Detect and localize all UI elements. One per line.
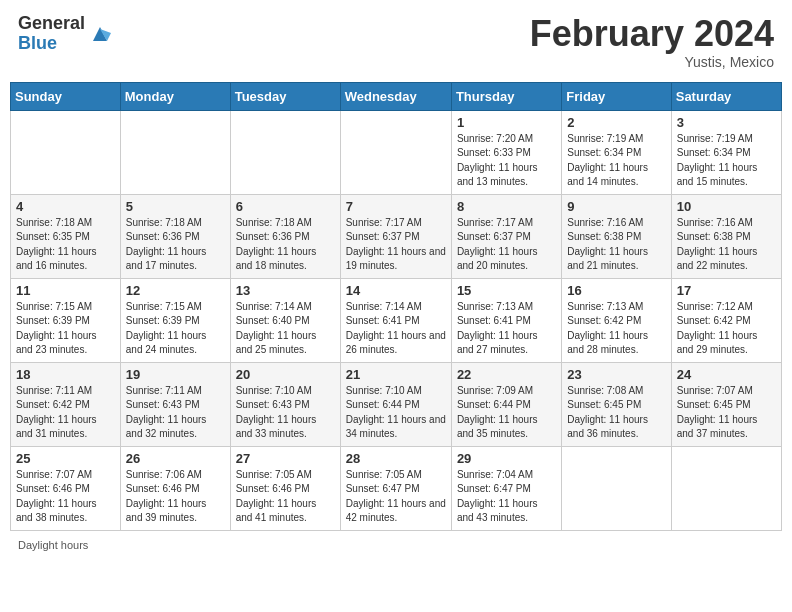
calendar-cell: 13Sunrise: 7:14 AM Sunset: 6:40 PM Dayli… <box>230 278 340 362</box>
calendar-cell <box>120 110 230 194</box>
calendar-cell: 29Sunrise: 7:04 AM Sunset: 6:47 PM Dayli… <box>451 446 561 530</box>
calendar-cell <box>671 446 781 530</box>
day-number: 11 <box>16 283 115 298</box>
day-info: Sunrise: 7:17 AM Sunset: 6:37 PM Dayligh… <box>457 216 556 274</box>
day-number: 9 <box>567 199 665 214</box>
page-header: General Blue February 2024 Yustis, Mexic… <box>10 10 782 74</box>
location: Yustis, Mexico <box>530 54 774 70</box>
calendar-cell: 14Sunrise: 7:14 AM Sunset: 6:41 PM Dayli… <box>340 278 451 362</box>
day-info: Sunrise: 7:18 AM Sunset: 6:35 PM Dayligh… <box>16 216 115 274</box>
calendar-cell: 25Sunrise: 7:07 AM Sunset: 6:46 PM Dayli… <box>11 446 121 530</box>
day-info: Sunrise: 7:11 AM Sunset: 6:42 PM Dayligh… <box>16 384 115 442</box>
day-info: Sunrise: 7:18 AM Sunset: 6:36 PM Dayligh… <box>126 216 225 274</box>
day-info: Sunrise: 7:06 AM Sunset: 6:46 PM Dayligh… <box>126 468 225 526</box>
calendar-week-row: 18Sunrise: 7:11 AM Sunset: 6:42 PM Dayli… <box>11 362 782 446</box>
calendar-cell: 7Sunrise: 7:17 AM Sunset: 6:37 PM Daylig… <box>340 194 451 278</box>
day-info: Sunrise: 7:08 AM Sunset: 6:45 PM Dayligh… <box>567 384 665 442</box>
calendar-cell: 8Sunrise: 7:17 AM Sunset: 6:37 PM Daylig… <box>451 194 561 278</box>
day-number: 6 <box>236 199 335 214</box>
day-number: 12 <box>126 283 225 298</box>
calendar-cell: 9Sunrise: 7:16 AM Sunset: 6:38 PM Daylig… <box>562 194 671 278</box>
day-info: Sunrise: 7:04 AM Sunset: 6:47 PM Dayligh… <box>457 468 556 526</box>
col-header-thursday: Thursday <box>451 82 561 110</box>
day-info: Sunrise: 7:15 AM Sunset: 6:39 PM Dayligh… <box>126 300 225 358</box>
day-number: 2 <box>567 115 665 130</box>
calendar-cell: 15Sunrise: 7:13 AM Sunset: 6:41 PM Dayli… <box>451 278 561 362</box>
day-number: 28 <box>346 451 446 466</box>
calendar-cell: 22Sunrise: 7:09 AM Sunset: 6:44 PM Dayli… <box>451 362 561 446</box>
day-info: Sunrise: 7:12 AM Sunset: 6:42 PM Dayligh… <box>677 300 776 358</box>
col-header-sunday: Sunday <box>11 82 121 110</box>
daylight-label: Daylight hours <box>18 539 88 551</box>
day-number: 25 <box>16 451 115 466</box>
day-number: 26 <box>126 451 225 466</box>
col-header-tuesday: Tuesday <box>230 82 340 110</box>
day-number: 29 <box>457 451 556 466</box>
calendar-week-row: 11Sunrise: 7:15 AM Sunset: 6:39 PM Dayli… <box>11 278 782 362</box>
calendar-cell: 20Sunrise: 7:10 AM Sunset: 6:43 PM Dayli… <box>230 362 340 446</box>
calendar-cell: 16Sunrise: 7:13 AM Sunset: 6:42 PM Dayli… <box>562 278 671 362</box>
day-info: Sunrise: 7:20 AM Sunset: 6:33 PM Dayligh… <box>457 132 556 190</box>
calendar-cell: 19Sunrise: 7:11 AM Sunset: 6:43 PM Dayli… <box>120 362 230 446</box>
day-number: 24 <box>677 367 776 382</box>
day-info: Sunrise: 7:05 AM Sunset: 6:47 PM Dayligh… <box>346 468 446 526</box>
day-info: Sunrise: 7:07 AM Sunset: 6:46 PM Dayligh… <box>16 468 115 526</box>
calendar-cell: 10Sunrise: 7:16 AM Sunset: 6:38 PM Dayli… <box>671 194 781 278</box>
day-info: Sunrise: 7:15 AM Sunset: 6:39 PM Dayligh… <box>16 300 115 358</box>
day-number: 8 <box>457 199 556 214</box>
day-info: Sunrise: 7:14 AM Sunset: 6:41 PM Dayligh… <box>346 300 446 358</box>
logo: General Blue <box>18 14 111 54</box>
calendar-header-row: SundayMondayTuesdayWednesdayThursdayFrid… <box>11 82 782 110</box>
calendar-cell <box>11 110 121 194</box>
calendar-cell: 3Sunrise: 7:19 AM Sunset: 6:34 PM Daylig… <box>671 110 781 194</box>
logo-icon <box>89 23 111 45</box>
day-number: 27 <box>236 451 335 466</box>
day-number: 17 <box>677 283 776 298</box>
calendar-cell: 26Sunrise: 7:06 AM Sunset: 6:46 PM Dayli… <box>120 446 230 530</box>
day-number: 7 <box>346 199 446 214</box>
day-number: 21 <box>346 367 446 382</box>
calendar-cell: 24Sunrise: 7:07 AM Sunset: 6:45 PM Dayli… <box>671 362 781 446</box>
day-info: Sunrise: 7:19 AM Sunset: 6:34 PM Dayligh… <box>677 132 776 190</box>
calendar-cell: 17Sunrise: 7:12 AM Sunset: 6:42 PM Dayli… <box>671 278 781 362</box>
day-info: Sunrise: 7:10 AM Sunset: 6:44 PM Dayligh… <box>346 384 446 442</box>
calendar-cell: 1Sunrise: 7:20 AM Sunset: 6:33 PM Daylig… <box>451 110 561 194</box>
logo-general-text: General <box>18 14 85 34</box>
calendar-cell: 12Sunrise: 7:15 AM Sunset: 6:39 PM Dayli… <box>120 278 230 362</box>
day-number: 16 <box>567 283 665 298</box>
calendar-week-row: 4Sunrise: 7:18 AM Sunset: 6:35 PM Daylig… <box>11 194 782 278</box>
calendar-cell: 5Sunrise: 7:18 AM Sunset: 6:36 PM Daylig… <box>120 194 230 278</box>
calendar-week-row: 1Sunrise: 7:20 AM Sunset: 6:33 PM Daylig… <box>11 110 782 194</box>
calendar-cell: 28Sunrise: 7:05 AM Sunset: 6:47 PM Dayli… <box>340 446 451 530</box>
calendar-table: SundayMondayTuesdayWednesdayThursdayFrid… <box>10 82 782 531</box>
day-number: 23 <box>567 367 665 382</box>
day-info: Sunrise: 7:14 AM Sunset: 6:40 PM Dayligh… <box>236 300 335 358</box>
day-info: Sunrise: 7:16 AM Sunset: 6:38 PM Dayligh… <box>677 216 776 274</box>
col-header-saturday: Saturday <box>671 82 781 110</box>
day-number: 10 <box>677 199 776 214</box>
calendar-cell: 4Sunrise: 7:18 AM Sunset: 6:35 PM Daylig… <box>11 194 121 278</box>
col-header-wednesday: Wednesday <box>340 82 451 110</box>
title-area: February 2024 Yustis, Mexico <box>530 14 774 70</box>
day-info: Sunrise: 7:16 AM Sunset: 6:38 PM Dayligh… <box>567 216 665 274</box>
day-number: 22 <box>457 367 556 382</box>
day-number: 4 <box>16 199 115 214</box>
col-header-monday: Monday <box>120 82 230 110</box>
calendar-cell: 2Sunrise: 7:19 AM Sunset: 6:34 PM Daylig… <box>562 110 671 194</box>
calendar-cell <box>340 110 451 194</box>
col-header-friday: Friday <box>562 82 671 110</box>
day-number: 18 <box>16 367 115 382</box>
day-number: 3 <box>677 115 776 130</box>
day-info: Sunrise: 7:11 AM Sunset: 6:43 PM Dayligh… <box>126 384 225 442</box>
day-info: Sunrise: 7:05 AM Sunset: 6:46 PM Dayligh… <box>236 468 335 526</box>
day-number: 5 <box>126 199 225 214</box>
footer: Daylight hours <box>10 537 782 553</box>
day-info: Sunrise: 7:19 AM Sunset: 6:34 PM Dayligh… <box>567 132 665 190</box>
calendar-cell: 27Sunrise: 7:05 AM Sunset: 6:46 PM Dayli… <box>230 446 340 530</box>
day-number: 13 <box>236 283 335 298</box>
day-info: Sunrise: 7:13 AM Sunset: 6:42 PM Dayligh… <box>567 300 665 358</box>
day-number: 1 <box>457 115 556 130</box>
month-title: February 2024 <box>530 14 774 54</box>
day-info: Sunrise: 7:18 AM Sunset: 6:36 PM Dayligh… <box>236 216 335 274</box>
day-info: Sunrise: 7:13 AM Sunset: 6:41 PM Dayligh… <box>457 300 556 358</box>
